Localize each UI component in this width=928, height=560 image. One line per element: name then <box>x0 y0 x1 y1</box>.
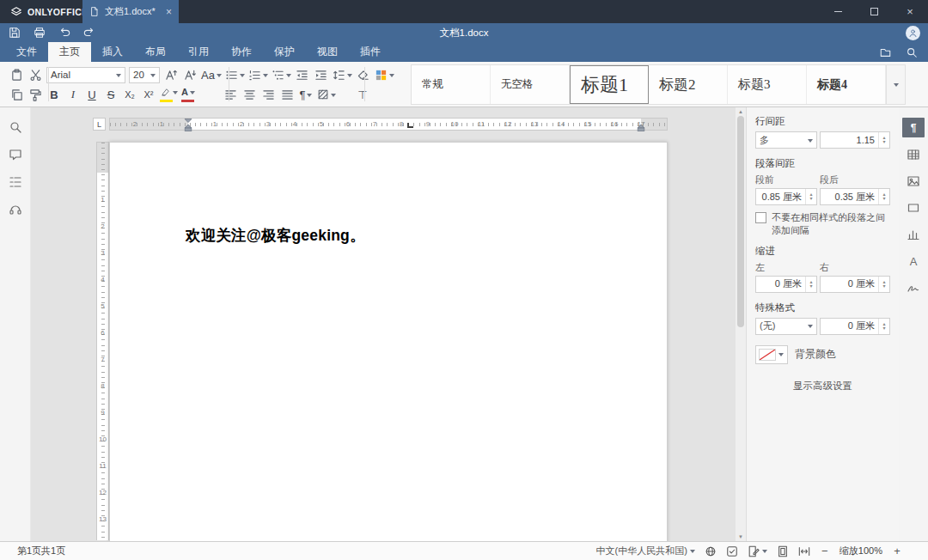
scrollbar-thumb[interactable] <box>737 116 744 327</box>
user-avatar[interactable] <box>906 26 920 40</box>
superscript-button[interactable]: X² <box>141 86 156 103</box>
close-button[interactable]: × <box>892 0 928 23</box>
font-family-select[interactable]: Arial <box>46 67 125 83</box>
navigation-button[interactable] <box>6 174 25 190</box>
right-indent-marker[interactable] <box>638 119 645 131</box>
indent-right-spinner[interactable]: 0 厘米▴▾ <box>820 276 890 293</box>
horizontal-ruler[interactable]: 211234567891011121314151617 <box>109 118 668 131</box>
comments-button[interactable] <box>6 147 25 162</box>
underline-button[interactable]: U <box>84 86 100 103</box>
align-center-button[interactable] <box>241 86 257 103</box>
spin-down-icon[interactable]: ▾ <box>882 197 885 201</box>
style-normal[interactable]: 常规 <box>412 65 491 104</box>
special-indent-select[interactable]: (无) <box>755 318 817 335</box>
spin-down-icon[interactable]: ▾ <box>882 284 885 289</box>
italic-button[interactable]: I <box>65 86 81 103</box>
zoom-out-button[interactable]: − <box>820 545 830 557</box>
copy-button[interactable] <box>9 86 24 103</box>
select-all-button[interactable]: ⊤ <box>355 86 370 103</box>
paragraph-text[interactable]: 欢迎关注@极客geeking。 <box>186 225 365 246</box>
tab-collaboration[interactable]: 协作 <box>220 42 263 62</box>
spin-down-icon[interactable]: ▾ <box>882 326 885 331</box>
fit-page-button[interactable] <box>777 545 789 557</box>
styles-gallery-more-button[interactable] <box>886 65 905 104</box>
document-tab[interactable]: 文档1.docx* × <box>82 0 179 23</box>
paragraph-settings-tab[interactable]: ¶ <box>902 118 925 137</box>
same-style-checkbox[interactable] <box>755 212 766 223</box>
signature-settings-tab[interactable] <box>902 277 925 297</box>
tab-references[interactable]: 引用 <box>177 42 220 62</box>
line-spacing-value-spinner[interactable]: 1.15▴▾ <box>820 131 890 149</box>
decrease-indent-button[interactable] <box>295 66 310 83</box>
tab-stop-marker[interactable] <box>407 123 413 128</box>
style-heading1[interactable]: 标题1 <box>570 65 649 104</box>
style-no-spacing[interactable]: 无空格 <box>491 65 570 104</box>
vertical-scrollbar[interactable]: ▲ ▼ <box>736 107 746 541</box>
chart-settings-tab[interactable] <box>902 224 925 244</box>
align-left-button[interactable] <box>223 86 238 103</box>
image-settings-tab[interactable] <box>902 171 925 191</box>
numbered-list-button[interactable] <box>248 66 268 83</box>
nonprinting-characters-button[interactable]: ¶ <box>298 86 314 103</box>
feedback-support-button[interactable] <box>6 202 25 217</box>
scroll-up-icon[interactable]: ▲ <box>736 107 746 116</box>
color-scheme-button[interactable] <box>375 66 394 83</box>
zoom-value[interactable]: 缩放100% <box>839 545 882 557</box>
spin-down-icon[interactable]: ▾ <box>809 284 812 289</box>
table-settings-tab[interactable] <box>902 144 925 164</box>
style-heading2[interactable]: 标题2 <box>649 65 728 104</box>
highlight-color-button[interactable] <box>160 86 178 103</box>
spin-down-icon[interactable]: ▾ <box>809 197 812 201</box>
strikethrough-button[interactable]: S <box>103 86 119 103</box>
tab-view[interactable]: 视图 <box>306 42 349 62</box>
search-button-top[interactable] <box>906 46 918 58</box>
indent-markers[interactable] <box>185 119 192 131</box>
spellcheck-button[interactable] <box>726 545 738 557</box>
vertical-ruler[interactable]: 12345678910111213 <box>96 142 109 540</box>
font-size-select[interactable]: 20 <box>129 67 160 83</box>
copy-style-button[interactable] <box>27 86 43 103</box>
style-heading3[interactable]: 标题3 <box>728 65 807 104</box>
maximize-button[interactable] <box>856 0 892 23</box>
subscript-button[interactable]: X₂ <box>122 86 137 103</box>
fit-width-button[interactable] <box>798 545 810 557</box>
advanced-settings-link[interactable]: 显示高级设置 <box>755 380 890 393</box>
spacing-before-spinner[interactable]: 0.85 厘米▴▾ <box>755 188 817 205</box>
tab-home[interactable]: 主页 <box>48 42 91 62</box>
background-color-picker[interactable] <box>755 345 788 364</box>
scroll-down-icon[interactable]: ▼ <box>736 533 746 541</box>
increase-font-button[interactable] <box>163 66 179 83</box>
increase-indent-button[interactable] <box>314 66 329 83</box>
paragraph-shading-button[interactable] <box>317 86 336 103</box>
document-page[interactable]: 欢迎关注@极客geeking。 <box>109 142 668 541</box>
spacing-after-spinner[interactable]: 0.35 厘米▴▾ <box>820 188 890 205</box>
tab-close-icon[interactable]: × <box>166 6 172 18</box>
align-justify-button[interactable] <box>279 86 295 103</box>
line-spacing-button[interactable] <box>333 66 352 83</box>
tab-insert[interactable]: 插入 <box>91 42 134 62</box>
tab-plugins[interactable]: 插件 <box>349 42 392 62</box>
multilevel-list-button[interactable] <box>272 66 291 83</box>
document-language-button[interactable] <box>705 545 717 557</box>
spin-down-icon[interactable]: ▾ <box>882 140 885 144</box>
clear-style-button[interactable] <box>356 66 371 83</box>
decrease-font-button[interactable] <box>182 66 198 83</box>
track-changes-button[interactable] <box>748 545 767 557</box>
tab-selector[interactable]: L <box>93 118 106 131</box>
tab-file[interactable]: 文件 <box>5 42 48 62</box>
cut-button[interactable] <box>27 66 43 83</box>
tab-layout[interactable]: 布局 <box>134 42 177 62</box>
change-case-button[interactable]: Aa <box>201 66 222 83</box>
indent-left-spinner[interactable]: 0 厘米▴▾ <box>755 276 817 293</box>
textart-settings-tab[interactable]: A <box>902 251 925 271</box>
zoom-in-button[interactable]: + <box>892 545 902 557</box>
style-heading4[interactable]: 标题4 <box>807 65 886 104</box>
special-indent-spinner[interactable]: 0 厘米▴▾ <box>820 318 890 335</box>
line-spacing-type-select[interactable]: 多 <box>755 131 817 149</box>
shape-settings-tab[interactable] <box>902 198 925 217</box>
font-color-button[interactable]: A <box>181 86 197 103</box>
language-selector[interactable]: 中文(中华人民共和国) <box>596 545 695 557</box>
paste-button[interactable] <box>9 66 24 83</box>
minimize-button[interactable] <box>820 0 856 23</box>
search-button[interactable] <box>6 119 25 135</box>
